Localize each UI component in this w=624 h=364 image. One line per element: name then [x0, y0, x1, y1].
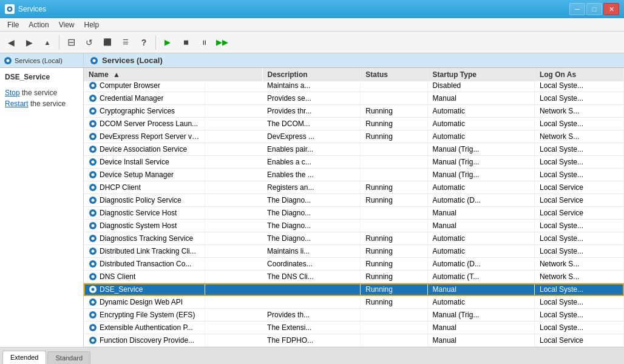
service-name-cell: Diagnostic Policy Service	[84, 194, 205, 206]
tab-standard[interactable]: Standard	[47, 351, 90, 364]
content-header: Services (Local)	[84, 53, 624, 68]
service-name-text: Encrypting File System (EFS)	[100, 311, 195, 319]
service-startup-cell: Manual (Trig...	[427, 169, 534, 181]
svg-point-13	[92, 110, 95, 113]
service-status-cell	[361, 92, 427, 105]
stop-link[interactable]: Stop	[5, 89, 20, 97]
service-name-text: Diagnostic Service Host	[100, 209, 177, 217]
table-row[interactable]: DCOM Server Process Laun...The DCOM...Ru…	[84, 118, 624, 130]
services-table[interactable]: Name ▲ Description Status Startup Type L…	[84, 68, 624, 347]
table-row[interactable]: Encrypting File System (EFS)Provides th.…	[84, 309, 624, 322]
table-row[interactable]: Device Setup ManagerEnables the ...Manua…	[84, 169, 624, 181]
service-name-cell: Diagnostics Tracking Service	[84, 232, 205, 244]
table-row[interactable]: DSE_ServiceRunningManualLocal Syste...	[84, 283, 624, 296]
service-status-cell	[361, 309, 427, 322]
service-icon	[89, 285, 97, 294]
export-button[interactable]: ⬛	[99, 34, 116, 51]
close-button[interactable]: ✕	[603, 3, 619, 15]
service-logon-cell: Local Syste...	[534, 220, 623, 232]
col-header-status[interactable]: Status	[361, 68, 427, 82]
service-startup-cell: Automatic	[427, 232, 534, 245]
start-service-button[interactable]: ▶	[159, 34, 176, 51]
table-row[interactable]: Diagnostics Tracking ServiceThe Diagno..…	[84, 232, 624, 245]
service-startup-cell: Automatic (T...	[427, 271, 534, 283]
table-row[interactable]: Function Discovery Provide...The FDPHO..…	[84, 334, 624, 347]
console-tree-button[interactable]: ⊟	[63, 34, 80, 51]
svg-point-11	[92, 97, 95, 100]
service-desc-cell: Enables pair...	[262, 143, 361, 156]
service-name-cell: Device Setup Manager	[84, 169, 205, 181]
menu-view[interactable]: View	[54, 19, 80, 30]
table-row[interactable]: Diagnostic Policy ServiceThe Diagno...Ru…	[84, 194, 624, 207]
table-row[interactable]: Distributed Link Tracking Cli...Maintain…	[84, 245, 624, 258]
restart-label: the service	[30, 99, 66, 108]
table-row[interactable]: DevExpress Report Server v1...DevExpress…	[84, 130, 624, 143]
service-startup-cell: Automatic	[427, 130, 534, 143]
sidebar-restart-action: Restart the service	[5, 99, 78, 108]
service-status-cell	[361, 143, 427, 156]
svg-point-29	[92, 212, 95, 215]
svg-point-49	[92, 339, 95, 342]
svg-point-15	[92, 123, 95, 126]
back-button[interactable]: ◀	[2, 34, 19, 51]
service-name-text: DSE_Service	[100, 285, 143, 294]
minimize-button[interactable]: ─	[569, 3, 585, 15]
maximize-button[interactable]: □	[586, 3, 602, 15]
stop-service-button[interactable]: ◼	[177, 34, 194, 51]
table-row[interactable]: Dynamic Design Web APIRunningAutomaticLo…	[84, 296, 624, 309]
restart-service-button[interactable]: ▶▶	[214, 34, 231, 51]
table-row[interactable]: Device Install ServiceEnables a c...Manu…	[84, 156, 624, 169]
service-logon-cell: Local Syste...	[534, 283, 623, 296]
table-row[interactable]: Cryptographic ServicesProvides thr...Run…	[84, 105, 624, 118]
svg-point-47	[92, 326, 95, 329]
window-controls: ─ □ ✕	[569, 3, 619, 15]
table-row[interactable]: Distributed Transaction Co...Coordinates…	[84, 258, 624, 271]
col-header-desc[interactable]: Description	[262, 68, 361, 82]
table-row[interactable]: Diagnostic Service HostThe Diagno...Manu…	[84, 207, 624, 220]
svg-point-3	[7, 59, 10, 62]
menu-file[interactable]: File	[2, 19, 24, 30]
table-row[interactable]: Credential ManagerProvides se...ManualLo…	[84, 92, 624, 105]
service-icon	[89, 94, 97, 103]
pause-service-button[interactable]: ⏸	[195, 34, 212, 51]
menu-action[interactable]: Action	[24, 19, 53, 30]
menu-bar: File Action View Help	[0, 18, 624, 32]
properties-button[interactable]: ☰	[117, 34, 134, 51]
help-button[interactable]: ?	[135, 34, 152, 51]
service-startup-cell: Automatic	[427, 181, 534, 194]
table-row[interactable]: DHCP ClientRegisters an...RunningAutomat…	[84, 181, 624, 194]
service-icon	[89, 260, 97, 268]
col-header-startup[interactable]: Startup Type	[427, 68, 534, 82]
service-startup-cell: Automatic	[427, 118, 534, 130]
service-startup-cell: Automatic (D...	[427, 258, 534, 271]
service-startup-cell: Manual	[427, 220, 534, 232]
up-button[interactable]: ▲	[39, 34, 56, 51]
table-row[interactable]: Device Association ServiceEnables pair..…	[84, 143, 624, 156]
table-row[interactable]: Diagnostic System HostThe Diagno...Manua…	[84, 220, 624, 232]
menu-help[interactable]: Help	[80, 19, 104, 30]
service-desc-cell: The FDPHO...	[262, 334, 361, 347]
content-title: Services (Local)	[102, 56, 163, 65]
stop-label: the service	[22, 89, 57, 97]
main-layout: Services (Local) DSE_Service Stop the se…	[0, 53, 624, 347]
svg-point-33	[92, 237, 95, 240]
service-startup-cell: Manual	[427, 207, 534, 220]
forward-button[interactable]: ▶	[21, 34, 38, 51]
tab-extended[interactable]: Extended	[2, 351, 46, 364]
service-name-cell: Distributed Link Tracking Cli...	[84, 245, 205, 257]
service-startup-cell: Automatic	[427, 245, 534, 258]
table-row[interactable]: Extensible Authentication P...The Extens…	[84, 322, 624, 334]
table-row[interactable]: DNS ClientThe DNS Cli...RunningAutomatic…	[84, 271, 624, 283]
service-status-cell	[361, 207, 427, 220]
col-header-logon[interactable]: Log On As	[534, 68, 623, 82]
col-header-name[interactable]: Name ▲	[84, 68, 262, 82]
service-logon-cell: Local Syste...	[534, 156, 623, 169]
refresh-button[interactable]: ↺	[81, 34, 98, 51]
sidebar: Services (Local) DSE_Service Stop the se…	[0, 53, 84, 347]
app-icon	[5, 4, 15, 14]
restart-link[interactable]: Restart	[5, 99, 29, 108]
service-desc-cell: The DCOM...	[262, 118, 361, 130]
service-desc-cell: The Diagno...	[262, 220, 361, 232]
service-name-text: Diagnostics Tracking Service	[100, 234, 193, 243]
service-desc-cell	[262, 283, 361, 296]
